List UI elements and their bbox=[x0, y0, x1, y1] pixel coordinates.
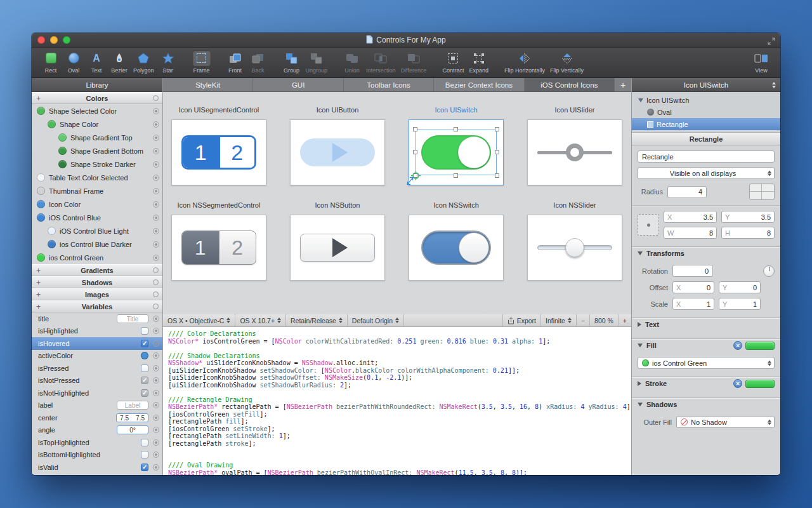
toolbar-front[interactable]: Front bbox=[224, 50, 247, 74]
connection-icon[interactable] bbox=[153, 402, 159, 408]
offset-y-field[interactable]: Y 0 bbox=[719, 281, 761, 293]
export-button[interactable]: Export bbox=[502, 314, 540, 326]
connection-icon[interactable] bbox=[153, 340, 159, 347]
fill-color-select[interactable]: ios Control Green bbox=[638, 357, 775, 369]
toolbar-rect[interactable]: Rect bbox=[39, 50, 62, 74]
variable-field[interactable]: Title bbox=[117, 314, 148, 323]
shape-name-field[interactable]: Rectangle bbox=[638, 150, 775, 163]
connection-icon[interactable] bbox=[153, 377, 159, 384]
library-color-ios-control-blue[interactable]: iOS Control Blue bbox=[32, 211, 162, 224]
selection-handle[interactable] bbox=[454, 173, 458, 178]
fullscreen-icon[interactable] bbox=[768, 36, 775, 48]
toolbar-frame[interactable]: Frame bbox=[190, 50, 213, 74]
connection-icon[interactable] bbox=[153, 228, 159, 234]
canvas-item-icon-uislider[interactable]: Icon UISlider bbox=[527, 106, 622, 185]
canvas-card[interactable]: 12 bbox=[171, 119, 266, 185]
section-shadows[interactable]: Shadows bbox=[632, 398, 780, 411]
tab-bezier-context-icons[interactable]: Bezier Context Icons bbox=[434, 78, 524, 91]
remove-fill-button[interactable] bbox=[733, 341, 742, 350]
connection-icon[interactable] bbox=[153, 108, 159, 114]
frame-y-field[interactable]: Y 3.5 bbox=[721, 211, 775, 223]
add-icon[interactable]: + bbox=[36, 267, 41, 274]
outline-item-rectangle[interactable]: Rectangle bbox=[632, 118, 780, 130]
selection-handle[interactable] bbox=[495, 127, 499, 131]
canvas-card[interactable]: 12 bbox=[171, 215, 266, 281]
selection-handle[interactable] bbox=[495, 173, 499, 178]
library-variable-title[interactable]: titleTitle bbox=[32, 312, 162, 325]
canvas[interactable]: Icon UISegmentedControl 12 Icon UIButton… bbox=[163, 92, 631, 314]
library-section-colors[interactable]: + Colors bbox=[32, 92, 162, 104]
variable-checkbox[interactable] bbox=[141, 464, 148, 471]
library-color-ios-control-blue-light[interactable]: iOS Control Blue Light bbox=[32, 224, 162, 237]
section-fill[interactable]: Fill bbox=[632, 338, 780, 352]
selection-handle[interactable] bbox=[454, 127, 458, 131]
tab-gui[interactable]: GUI bbox=[253, 78, 343, 91]
connection-icon[interactable] bbox=[153, 241, 159, 248]
canvas-item-icon-nsslider[interactable]: Icon NSSlider bbox=[527, 201, 622, 281]
toolbar-union[interactable]: Union bbox=[341, 50, 363, 74]
toolbar-oval[interactable]: Oval bbox=[62, 50, 85, 74]
connection-icon[interactable] bbox=[153, 175, 159, 181]
stroke-color-well[interactable] bbox=[745, 380, 775, 388]
variable-field[interactable]: 7.5 7.5 bbox=[116, 413, 148, 422]
frame-x-field[interactable]: X 3.5 bbox=[664, 211, 717, 223]
variable-checkbox[interactable] bbox=[141, 327, 148, 335]
library-variable-isnothighlighted[interactable]: isNotHighlighted bbox=[32, 387, 162, 399]
canvas-item-icon-uibutton[interactable]: Icon UIButton bbox=[290, 106, 385, 185]
canvas-card[interactable] bbox=[527, 215, 622, 281]
toolbar-expand[interactable]: Expand bbox=[466, 50, 491, 74]
canvas-card[interactable] bbox=[409, 215, 504, 281]
remove-stroke-button[interactable] bbox=[733, 379, 742, 388]
outline-item-oval[interactable]: Oval bbox=[632, 106, 780, 118]
library-variable-isbottomhighlighted[interactable]: isBottomHighlighted bbox=[32, 449, 162, 462]
toolbar-back[interactable]: Back bbox=[247, 50, 270, 74]
codebar-select-os-x-10-7[interactable]: OS X 10.7+ bbox=[235, 314, 286, 326]
connection-icon[interactable] bbox=[153, 464, 159, 471]
outer-shadow-select[interactable]: No Shadow bbox=[676, 416, 775, 428]
connection-icon[interactable] bbox=[153, 316, 159, 322]
add-icon[interactable]: + bbox=[36, 304, 41, 310]
connection-icon[interactable] bbox=[153, 451, 159, 458]
toolbar-star[interactable]: Star bbox=[157, 50, 180, 74]
library-variable-isnotpressed[interactable]: isNotPressed bbox=[32, 375, 162, 387]
scale-y-field[interactable]: Y 1 bbox=[719, 298, 761, 310]
add-tab-button[interactable]: + bbox=[615, 78, 631, 91]
library-color-ios-control-green[interactable]: ios Control Green bbox=[32, 251, 162, 264]
section-transforms[interactable]: Transforms bbox=[632, 246, 780, 260]
library-color-shape-color[interactable]: Shape Color bbox=[32, 117, 162, 131]
connection-icon[interactable] bbox=[153, 161, 159, 168]
rotation-dial[interactable] bbox=[763, 265, 775, 277]
canvas-item-icon-uiswitch[interactable]: Icon UISwitch bbox=[409, 106, 504, 185]
variable-field[interactable]: 0° bbox=[117, 425, 148, 434]
toolbar-view[interactable]: View bbox=[750, 50, 773, 74]
connection-icon[interactable] bbox=[153, 439, 159, 446]
library-section-images[interactable]: + Images bbox=[32, 288, 162, 300]
toolbar-bezier[interactable]: Bezier bbox=[108, 50, 131, 74]
connection-icon[interactable] bbox=[153, 415, 159, 421]
toolbar-flip-vertically[interactable]: Flip Vertically bbox=[547, 50, 586, 74]
toolbar-group[interactable]: Group bbox=[280, 50, 303, 74]
library-section-variables[interactable]: + Variables bbox=[32, 300, 162, 312]
frame-h-field[interactable]: H 8 bbox=[721, 227, 775, 239]
library-color-shape-gradient-top[interactable]: Shape Gradient Top bbox=[32, 131, 162, 144]
connection-icon[interactable] bbox=[153, 201, 159, 208]
canvas-card[interactable] bbox=[409, 119, 504, 185]
resizing-behavior-widget[interactable] bbox=[638, 214, 659, 236]
library-variable-isvalid[interactable]: isValid bbox=[32, 461, 162, 474]
codebar-select-os-x-objective-c[interactable]: OS X • Objective-C bbox=[163, 314, 235, 326]
variable-checkbox[interactable] bbox=[141, 340, 148, 347]
library-variable-ispressed[interactable]: isPressed bbox=[32, 362, 162, 375]
toolbar-ungroup[interactable]: Ungroup bbox=[303, 50, 331, 74]
outline-item-icon-uiswitch[interactable]: Icon UISwitch bbox=[632, 94, 780, 106]
connection-icon[interactable] bbox=[153, 121, 159, 128]
section-stroke[interactable]: Stroke bbox=[632, 377, 780, 390]
titlebar[interactable]: Controls For My App bbox=[32, 33, 780, 48]
library-color-shape-stroke-darker[interactable]: Shape Stroke Darker bbox=[32, 157, 162, 171]
variable-checkbox[interactable] bbox=[141, 389, 148, 397]
codebar-select-retain-release[interactable]: Retain/Release bbox=[286, 314, 348, 326]
add-icon[interactable]: + bbox=[36, 279, 41, 286]
connection-icon[interactable] bbox=[153, 135, 159, 141]
library-variable-ishovered[interactable]: isHovered bbox=[32, 337, 162, 350]
canvas-card[interactable] bbox=[290, 119, 385, 185]
tab-stylekit[interactable]: StyleKit bbox=[163, 78, 253, 91]
